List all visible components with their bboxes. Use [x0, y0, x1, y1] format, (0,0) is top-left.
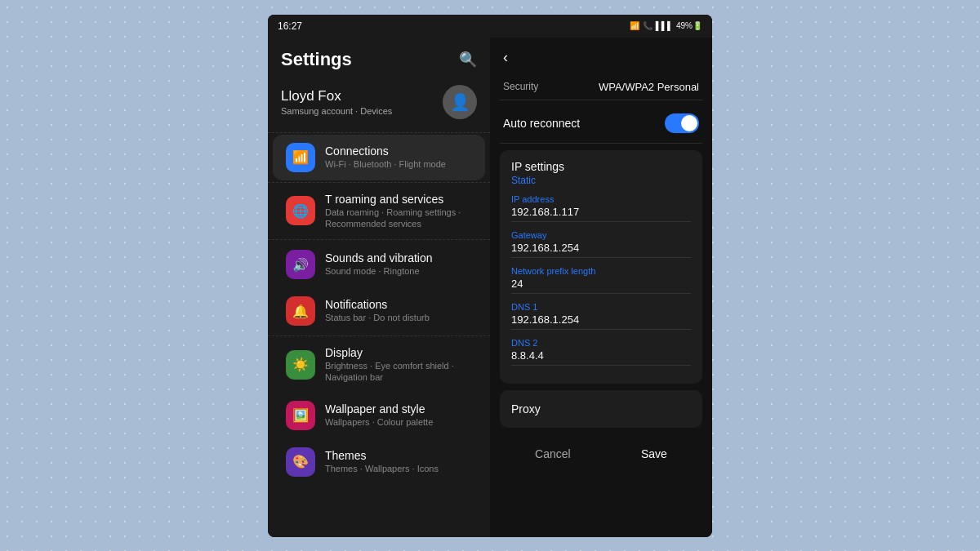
- divider-top: [268, 132, 490, 133]
- dns1-field[interactable]: DNS 1 192.168.1.254: [511, 302, 691, 330]
- display-text: Display Brightness · Eye comfort shield …: [325, 346, 472, 384]
- themes-title: Themes: [325, 449, 439, 462]
- ip-settings-title: IP settings: [511, 160, 691, 173]
- wallpaper-title: Wallpaper and style: [325, 402, 433, 415]
- prefix-length-field[interactable]: Network prefix length 24: [511, 266, 691, 294]
- security-value: WPA/WPA2 Personal: [599, 81, 699, 93]
- wifi-panel: ‹ Security WPA/WPA2 Personal Auto reconn…: [490, 15, 712, 537]
- auto-reconnect-row: Auto reconnect: [500, 104, 702, 144]
- cancel-button[interactable]: Cancel: [515, 442, 590, 465]
- dns2-field[interactable]: DNS 2 8.8.4.4: [511, 338, 691, 366]
- search-icon[interactable]: 🔍: [459, 51, 477, 69]
- user-name: Lloyd Fox: [281, 88, 392, 104]
- security-label: Security: [503, 81, 538, 92]
- wifi-content: Security WPA/WPA2 Personal Auto reconnec…: [490, 74, 712, 537]
- sidebar-item-display[interactable]: ☀️ Display Brightness · Eye comfort shie…: [273, 338, 485, 392]
- avatar: 👤: [443, 85, 477, 119]
- back-icon[interactable]: ‹: [503, 49, 508, 66]
- sounds-icon: 🔊: [286, 250, 315, 279]
- sidebar-item-themes[interactable]: 🎨 Themes Themes · Wallpapers · Icons: [273, 439, 485, 485]
- sidebar-item-wallpaper[interactable]: 🖼️ Wallpaper and style Wallpapers · Colo…: [273, 393, 485, 438]
- roaming-sub: Data roaming · Roaming settings · Recomm…: [325, 207, 472, 230]
- connections-sub: Wi-Fi · Bluetooth · Flight mode: [325, 158, 446, 170]
- roaming-title: T roaming and services: [325, 193, 472, 206]
- sounds-sub: Sound mode · Ringtone: [325, 265, 433, 277]
- call-icon: 📞: [643, 21, 653, 30]
- display-icon: ☀️: [286, 350, 315, 380]
- wallpaper-text: Wallpaper and style Wallpapers · Colour …: [325, 402, 433, 428]
- proxy-row[interactable]: Proxy: [500, 390, 702, 428]
- user-section[interactable]: Lloyd Fox Samsung account · Devices 👤: [268, 77, 490, 131]
- ip-settings-card: IP settings Static IP address 192.168.1.…: [500, 150, 702, 384]
- ip-address-label: IP address: [511, 194, 691, 204]
- divider-3: [268, 335, 490, 336]
- themes-icon: 🎨: [286, 447, 315, 477]
- phone-container: 16:27 📶 📞 ▌▌▌ 49%🔋 Settings 🔍 Lloyd Fox …: [268, 15, 712, 537]
- divider-1: [268, 182, 490, 183]
- roaming-icon: 🌐: [286, 196, 315, 225]
- roaming-text: T roaming and services Data roaming · Ro…: [325, 193, 472, 230]
- user-info: Lloyd Fox Samsung account · Devices: [281, 88, 392, 116]
- sidebar-item-sounds[interactable]: 🔊 Sounds and vibration Sound mode · Ring…: [273, 242, 485, 287]
- sounds-title: Sounds and vibration: [325, 251, 433, 264]
- sidebar-item-notifications[interactable]: 🔔 Notifications Status bar · Do not dist…: [273, 288, 485, 334]
- themes-sub: Themes · Wallpapers · Icons: [325, 463, 439, 474]
- settings-title: Settings: [281, 49, 352, 70]
- notifications-title: Notifications: [325, 298, 430, 311]
- dns2-label: DNS 2: [511, 338, 691, 348]
- settings-header: Settings 🔍: [268, 38, 490, 77]
- notifications-icon: 🔔: [286, 296, 315, 326]
- sidebar-item-connections[interactable]: 📶 Connections Wi-Fi · Bluetooth · Flight…: [273, 135, 485, 180]
- settings-panel: Settings 🔍 Lloyd Fox Samsung account · D…: [268, 15, 490, 537]
- gateway-label: Gateway: [511, 230, 691, 240]
- auto-reconnect-label: Auto reconnect: [503, 117, 580, 130]
- wallpaper-icon: 🖼️: [286, 401, 315, 430]
- ip-address-value: 192.168.1.117: [511, 206, 691, 222]
- dns1-value: 192.168.1.254: [511, 313, 691, 330]
- user-sub: Samsung account · Devices: [281, 106, 392, 116]
- status-time: 16:27: [278, 20, 302, 32]
- signal-bars-icon: ▌▌▌: [656, 21, 673, 30]
- display-sub: Brightness · Eye comfort shield · Naviga…: [325, 360, 472, 384]
- ip-address-field[interactable]: IP address 192.168.1.117: [511, 194, 691, 222]
- display-title: Display: [325, 346, 472, 359]
- auto-reconnect-toggle[interactable]: [665, 113, 699, 133]
- ip-settings-subtitle: Static: [511, 175, 691, 186]
- connections-icon: 📶: [286, 143, 315, 172]
- status-bar: 16:27 📶 📞 ▌▌▌ 49%🔋: [268, 15, 712, 38]
- sounds-text: Sounds and vibration Sound mode · Ringto…: [325, 251, 433, 277]
- security-row: Security WPA/WPA2 Personal: [500, 74, 702, 100]
- connections-title: Connections: [325, 144, 446, 158]
- themes-text: Themes Themes · Wallpapers · Icons: [325, 449, 439, 474]
- action-row: Cancel Save: [500, 434, 702, 472]
- battery-icon: 49%🔋: [676, 21, 702, 30]
- dns2-value: 8.8.4.4: [511, 349, 691, 366]
- wifi-header: ‹: [490, 38, 712, 74]
- notifications-text: Notifications Status bar · Do not distur…: [325, 298, 430, 323]
- wifi-signal-icon: 📶: [630, 21, 639, 30]
- divider-2: [268, 239, 490, 240]
- sidebar-item-roaming[interactable]: 🌐 T roaming and services Data roaming · …: [273, 184, 485, 238]
- notifications-sub: Status bar · Do not disturb: [325, 312, 430, 323]
- prefix-length-label: Network prefix length: [511, 266, 691, 276]
- proxy-label: Proxy: [511, 402, 541, 415]
- prefix-length-value: 24: [511, 278, 691, 294]
- save-button[interactable]: Save: [621, 442, 687, 465]
- connections-text: Connections Wi-Fi · Bluetooth · Flight m…: [325, 144, 446, 170]
- avatar-icon: 👤: [450, 92, 470, 112]
- dns1-label: DNS 1: [511, 302, 691, 312]
- gateway-value: 192.168.1.254: [511, 242, 691, 258]
- gateway-field[interactable]: Gateway 192.168.1.254: [511, 230, 691, 258]
- wallpaper-sub: Wallpapers · Colour palette: [325, 416, 433, 428]
- status-icons: 📶 📞 ▌▌▌ 49%🔋: [630, 21, 702, 30]
